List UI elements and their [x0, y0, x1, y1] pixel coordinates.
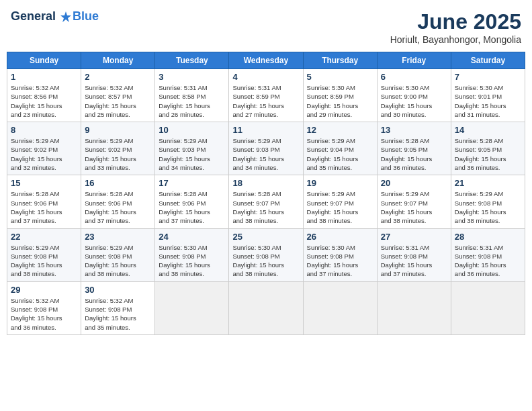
- calendar-cell: [303, 281, 377, 334]
- daylight-minutes: and 38 minutes.: [232, 217, 278, 224]
- sunrise-label: Sunrise: 5:30 AM: [381, 84, 429, 91]
- day-info: Sunrise: 5:30 AM Sunset: 9:01 PM Dayligh…: [455, 83, 521, 119]
- day-info: Sunrise: 5:31 AM Sunset: 8:58 PM Dayligh…: [159, 83, 225, 119]
- calendar-cell: 20 Sunrise: 5:29 AM Sunset: 9:07 PM Dayl…: [377, 175, 451, 228]
- daylight-minutes: and 38 minutes.: [159, 270, 204, 277]
- daylight-label: Daylight: 15 hours: [85, 155, 136, 163]
- daylight-minutes: and 37 minutes.: [307, 270, 353, 277]
- sunrise-label: Sunrise: 5:30 AM: [307, 84, 355, 91]
- daylight-label: Daylight: 15 hours: [455, 208, 506, 216]
- calendar-week-row: 15 Sunrise: 5:28 AM Sunset: 9:06 PM Dayl…: [7, 175, 525, 228]
- calendar-cell: 25 Sunrise: 5:30 AM Sunset: 9:08 PM Dayl…: [229, 228, 303, 281]
- day-info: Sunrise: 5:28 AM Sunset: 9:06 PM Dayligh…: [85, 189, 151, 225]
- daylight-minutes: and 38 minutes.: [11, 270, 56, 277]
- daylight-label: Daylight: 15 hours: [159, 155, 210, 163]
- sunset-label: Sunset: 9:08 PM: [381, 253, 428, 260]
- day-info: Sunrise: 5:29 AM Sunset: 9:04 PM Dayligh…: [307, 136, 373, 172]
- col-header-monday: Monday: [81, 52, 155, 69]
- sunset-label: Sunset: 9:07 PM: [307, 199, 354, 207]
- calendar-week-row: 1 Sunrise: 5:32 AM Sunset: 8:56 PM Dayli…: [7, 69, 525, 122]
- day-info: Sunrise: 5:29 AM Sunset: 9:08 PM Dayligh…: [455, 189, 521, 225]
- day-info: Sunrise: 5:30 AM Sunset: 9:00 PM Dayligh…: [381, 83, 447, 119]
- day-info: Sunrise: 5:29 AM Sunset: 9:08 PM Dayligh…: [11, 243, 77, 279]
- daylight-minutes: and 25 minutes.: [85, 111, 130, 118]
- daylight-minutes: and 34 minutes.: [159, 164, 204, 171]
- sunrise-label: Sunrise: 5:29 AM: [11, 137, 59, 144]
- day-number: 14: [455, 125, 521, 135]
- calendar-cell: 11 Sunrise: 5:29 AM Sunset: 9:03 PM Dayl…: [229, 122, 303, 175]
- sunrise-label: Sunrise: 5:31 AM: [455, 244, 503, 251]
- sunrise-label: Sunrise: 5:30 AM: [159, 244, 207, 251]
- sunrise-label: Sunrise: 5:28 AM: [381, 137, 429, 144]
- daylight-label: Daylight: 15 hours: [455, 102, 506, 109]
- sunset-label: Sunset: 9:03 PM: [159, 146, 206, 153]
- col-header-friday: Friday: [377, 52, 451, 69]
- sunrise-label: Sunrise: 5:29 AM: [381, 190, 429, 197]
- sunrise-label: Sunrise: 5:29 AM: [85, 137, 133, 144]
- day-number: 26: [307, 232, 373, 242]
- daylight-minutes: and 38 minutes.: [381, 217, 427, 224]
- daylight-label: Daylight: 15 hours: [381, 102, 433, 109]
- sunset-label: Sunset: 9:03 PM: [232, 146, 279, 153]
- day-number: 25: [232, 232, 299, 242]
- sunset-label: Sunset: 9:05 PM: [381, 146, 428, 153]
- col-header-wednesday: Wednesday: [229, 52, 303, 69]
- calendar-cell: 16 Sunrise: 5:28 AM Sunset: 9:06 PM Dayl…: [81, 175, 155, 228]
- calendar-cell: 1 Sunrise: 5:32 AM Sunset: 8:56 PM Dayli…: [7, 69, 81, 122]
- sunset-label: Sunset: 9:05 PM: [455, 146, 502, 153]
- daylight-label: Daylight: 15 hours: [159, 102, 210, 109]
- sunrise-label: Sunrise: 5:31 AM: [232, 84, 281, 91]
- daylight-minutes: and 38 minutes.: [85, 270, 130, 277]
- daylight-label: Daylight: 15 hours: [307, 155, 359, 163]
- day-number: 19: [307, 178, 373, 188]
- daylight-minutes: and 31 minutes.: [455, 111, 500, 118]
- sunset-label: Sunset: 9:08 PM: [85, 253, 132, 260]
- daylight-label: Daylight: 15 hours: [11, 208, 62, 216]
- calendar-cell: 17 Sunrise: 5:28 AM Sunset: 9:06 PM Dayl…: [155, 175, 229, 228]
- calendar-week-row: 22 Sunrise: 5:29 AM Sunset: 9:08 PM Dayl…: [7, 228, 525, 281]
- day-info: Sunrise: 5:30 AM Sunset: 8:59 PM Dayligh…: [307, 83, 373, 119]
- sunrise-label: Sunrise: 5:29 AM: [159, 137, 207, 144]
- calendar-cell: 21 Sunrise: 5:29 AM Sunset: 9:08 PM Dayl…: [451, 175, 525, 228]
- day-number: 16: [85, 178, 151, 188]
- calendar-table: SundayMondayTuesdayWednesdayThursdayFrid…: [7, 52, 525, 335]
- day-number: 21: [455, 178, 521, 188]
- calendar-cell: 13 Sunrise: 5:28 AM Sunset: 9:05 PM Dayl…: [377, 122, 451, 175]
- sunrise-label: Sunrise: 5:32 AM: [85, 84, 133, 91]
- daylight-minutes: and 34 minutes.: [232, 164, 278, 171]
- calendar-body: 1 Sunrise: 5:32 AM Sunset: 8:56 PM Dayli…: [7, 69, 525, 335]
- daylight-label: Daylight: 15 hours: [85, 261, 136, 269]
- sunset-label: Sunset: 9:02 PM: [85, 146, 132, 153]
- sunrise-label: Sunrise: 5:30 AM: [232, 244, 281, 251]
- day-number: 7: [455, 72, 521, 82]
- calendar-cell: [155, 281, 229, 334]
- daylight-minutes: and 36 minutes.: [455, 270, 500, 277]
- sunrise-label: Sunrise: 5:31 AM: [159, 84, 207, 91]
- day-info: Sunrise: 5:29 AM Sunset: 9:03 PM Dayligh…: [232, 136, 299, 172]
- daylight-minutes: and 38 minutes.: [232, 270, 278, 277]
- svg-marker-0: [60, 11, 71, 22]
- sunset-label: Sunset: 9:04 PM: [307, 146, 354, 153]
- sunset-label: Sunset: 9:06 PM: [85, 199, 132, 207]
- day-info: Sunrise: 5:29 AM Sunset: 9:07 PM Dayligh…: [307, 189, 373, 225]
- sunset-label: Sunset: 9:08 PM: [85, 306, 132, 313]
- daylight-label: Daylight: 15 hours: [232, 208, 284, 216]
- daylight-label: Daylight: 15 hours: [307, 102, 359, 109]
- sunrise-label: Sunrise: 5:29 AM: [232, 137, 281, 144]
- sunrise-label: Sunrise: 5:29 AM: [85, 244, 133, 251]
- day-number: 27: [381, 232, 447, 242]
- sunrise-label: Sunrise: 5:28 AM: [159, 190, 207, 197]
- calendar-cell: [229, 281, 303, 334]
- col-header-sunday: Sunday: [7, 52, 81, 69]
- daylight-minutes: and 35 minutes.: [307, 164, 353, 171]
- daylight-label: Daylight: 15 hours: [85, 102, 136, 109]
- daylight-minutes: and 38 minutes.: [307, 217, 353, 224]
- daylight-label: Daylight: 15 hours: [381, 155, 433, 163]
- daylight-minutes: and 36 minutes.: [11, 324, 56, 331]
- sunset-label: Sunset: 9:07 PM: [381, 199, 428, 207]
- logo-blue-text: Blue: [73, 9, 99, 24]
- day-info: Sunrise: 5:29 AM Sunset: 9:02 PM Dayligh…: [11, 136, 77, 172]
- sunrise-label: Sunrise: 5:30 AM: [455, 84, 503, 91]
- day-info: Sunrise: 5:29 AM Sunset: 9:03 PM Dayligh…: [159, 136, 225, 172]
- calendar-cell: 6 Sunrise: 5:30 AM Sunset: 9:00 PM Dayli…: [377, 69, 451, 122]
